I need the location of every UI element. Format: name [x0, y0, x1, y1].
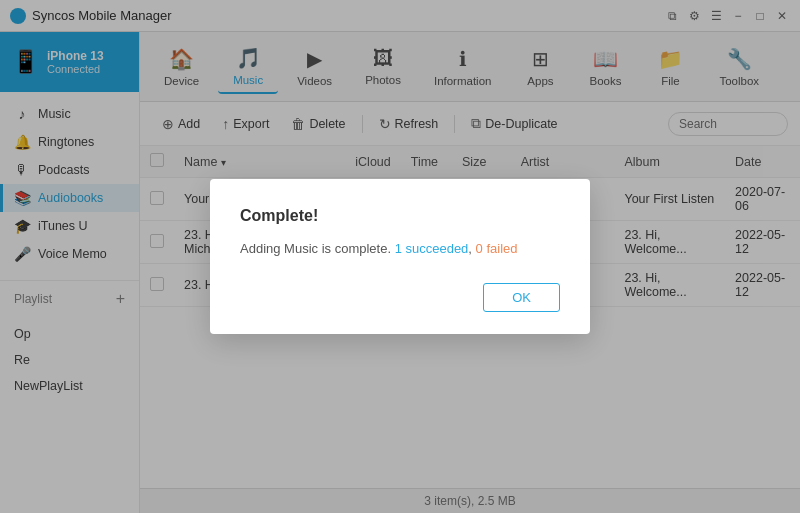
dialog-title: Complete! — [240, 207, 560, 225]
dialog-separator: , — [468, 241, 475, 256]
dialog-overlay: Complete! Adding Music is complete. 1 su… — [0, 0, 800, 513]
dialog-body: Adding Music is complete. 1 succeeded, 0… — [240, 239, 560, 260]
dialog-success-count: 1 succeeded — [395, 241, 469, 256]
dialog-footer: OK — [240, 283, 560, 312]
dialog-fail-count: 0 failed — [476, 241, 518, 256]
ok-button[interactable]: OK — [483, 283, 560, 312]
dialog-body-prefix: Adding Music is complete. — [240, 241, 395, 256]
complete-dialog: Complete! Adding Music is complete. 1 su… — [210, 179, 590, 335]
